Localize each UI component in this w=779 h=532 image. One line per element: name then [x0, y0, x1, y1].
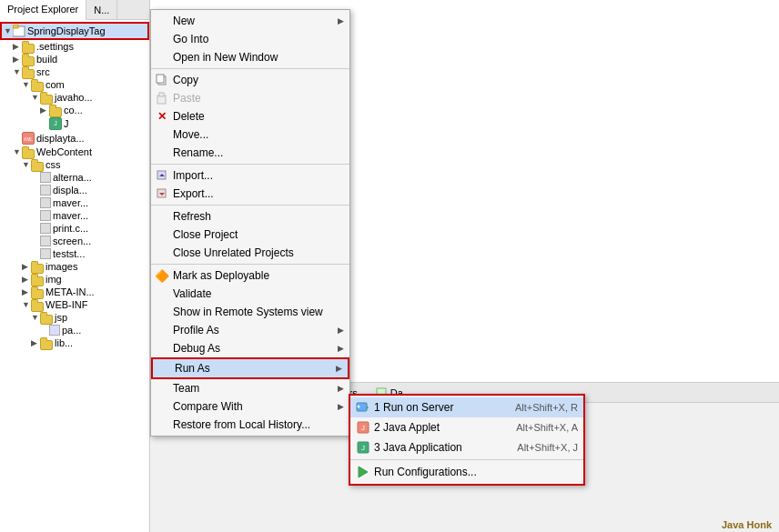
svg-rect-1: [13, 25, 18, 28]
xml-icon-displaytag: XML: [22, 132, 35, 145]
paste-icon: [155, 91, 169, 105]
src-label: src: [36, 66, 50, 77]
menu-item-remote[interactable]: Show in Remote Systems view: [151, 303, 349, 321]
menu-arrow-debugas: ▶: [338, 344, 344, 353]
menu-item-profileas[interactable]: Profile As ▶: [151, 321, 349, 339]
submenu-javaapplet-label: 2 Java Applet: [374, 421, 440, 434]
tab-n-label: N...: [94, 5, 109, 15]
folder-icon-javahc: [40, 92, 53, 103]
menu-item-openwindow-label: Open in New Window: [173, 51, 344, 64]
menu-arrow-runas: ▶: [336, 364, 342, 373]
tree-item-lib[interactable]: ▶ lib...: [0, 336, 149, 349]
submenu-item-runonserver[interactable]: 1 Run on Server Alt+Shift+X, R: [350, 397, 583, 417]
menu-item-new[interactable]: New ▶: [151, 12, 349, 30]
menu-item-import[interactable]: Import...: [151, 166, 349, 185]
separator-3: [151, 205, 349, 206]
menu-item-deployable[interactable]: 🔶 Mark as Deployable: [151, 266, 349, 285]
images-label: images: [46, 261, 77, 272]
tree-item-javahc[interactable]: ▼ javaho...: [0, 91, 149, 104]
separator-2: [151, 164, 349, 165]
file-icon-testst: [40, 248, 51, 259]
copy-icon: [155, 73, 169, 87]
tab-project-explorer[interactable]: Project Explorer: [0, 0, 86, 20]
webinf-label: WEB-INF: [46, 299, 87, 310]
javahc-label: javaho...: [55, 92, 93, 103]
menu-item-move[interactable]: Move...: [151, 125, 349, 144]
expand-arrow-webcontent: ▼: [13, 147, 22, 156]
menu-item-restore-label: Restore from Local History...: [173, 418, 344, 431]
jsp-label: jsp: [55, 312, 67, 323]
tree-item-jfile[interactable]: J J: [0, 116, 149, 131]
menu-item-closeproject-label: Close Project: [173, 228, 344, 241]
menu-item-debugas-label: Debug As: [173, 342, 338, 355]
menu-item-import-label: Import...: [173, 169, 344, 182]
tree-item-displaytag[interactable]: XML displayta...: [0, 131, 149, 146]
separator-4: [151, 264, 349, 265]
menu-item-delete[interactable]: ✕ Delete: [151, 107, 349, 125]
menu-item-team[interactable]: Team ▶: [151, 379, 349, 397]
menu-item-debugas[interactable]: Debug As ▶: [151, 339, 349, 357]
menu-item-export[interactable]: Export...: [151, 185, 349, 203]
tree-item-metainf[interactable]: ▶ META-IN...: [0, 286, 149, 298]
tab-n[interactable]: N...: [86, 0, 117, 20]
tree-item-webinf[interactable]: ▼ WEB-INF: [0, 298, 149, 311]
alterna-label: alterna...: [53, 172, 92, 183]
tree-item-settings[interactable]: ▶ .settings: [0, 40, 149, 53]
expand-arrow-css: ▼: [22, 160, 31, 169]
menu-item-remote-label: Show in Remote Systems view: [173, 306, 344, 318]
submenu-item-runconfigs[interactable]: Run Configurations...: [350, 462, 583, 482]
menu-item-profileas-label: Profile As: [173, 324, 338, 336]
menu-item-closeunrelated-label: Close Unrelated Projects: [173, 246, 344, 259]
tree-item-screen[interactable]: screen...: [0, 235, 149, 247]
settings-label: .settings: [36, 41, 74, 52]
menu-item-new-label: New: [173, 15, 338, 27]
tree-item-pa[interactable]: pa...: [0, 324, 149, 336]
menu-item-refresh[interactable]: Refresh: [151, 207, 349, 226]
display-label: displa...: [53, 185, 87, 196]
tree-item-maverd[interactable]: maver...: [0, 196, 149, 209]
tree-item-webcontent[interactable]: ▼ WebContent: [0, 146, 149, 158]
project-explorer-panel: Project Explorer N... ▼ SpringDisplayTag…: [0, 0, 150, 532]
tree-item-springdisplaytag[interactable]: ▼ SpringDisplayTag: [0, 22, 149, 40]
menu-item-paste[interactable]: Paste: [151, 89, 349, 107]
menu-item-closeproject[interactable]: Close Project: [151, 226, 349, 244]
tree-item-mavere[interactable]: maver...: [0, 209, 149, 222]
tree-item-css[interactable]: ▼ css: [0, 158, 149, 171]
tree-item-build[interactable]: ▶ build: [0, 53, 149, 65]
folder-icon-css: [31, 159, 44, 170]
tree-item-display[interactable]: displa...: [0, 184, 149, 196]
menu-item-openwindow[interactable]: Open in New Window: [151, 48, 349, 66]
tree-item-testst[interactable]: testst...: [0, 247, 149, 260]
submenu-item-javaapp[interactable]: J 3 Java Application Alt+Shift+X, J: [350, 437, 583, 457]
menu-arrow-new: ▶: [338, 16, 344, 25]
tree-item-jsp[interactable]: ▼ jsp: [0, 311, 149, 324]
menu-item-rename-label: Rename...: [173, 146, 344, 159]
tree-item-images[interactable]: ▶ images: [0, 260, 149, 273]
panel-tabs: Project Explorer N...: [0, 0, 149, 20]
menu-item-validate[interactable]: Validate: [151, 285, 349, 303]
menu-item-runas[interactable]: Run As ▶: [151, 357, 349, 379]
menu-item-closeunrelated[interactable]: Close Unrelated Projects: [151, 244, 349, 262]
tree-item-alterna[interactable]: alterna...: [0, 171, 149, 184]
tree-item-com[interactable]: ▼ com: [0, 78, 149, 91]
file-icon-pa: [49, 325, 60, 336]
testst-label: testst...: [53, 248, 85, 259]
menu-item-rename[interactable]: Rename...: [151, 144, 349, 162]
tree-item-co[interactable]: ▶ co...: [0, 104, 149, 116]
build-label: build: [36, 54, 57, 65]
menu-item-gointo[interactable]: Go Into: [151, 30, 349, 48]
expand-arrow-webinf: ▼: [22, 300, 31, 309]
tree-item-img[interactable]: ▶ img: [0, 273, 149, 286]
tree-item-src[interactable]: ▼ src: [0, 65, 149, 78]
metainf-label: META-IN...: [46, 286, 95, 297]
menu-item-copy-label: Copy: [173, 74, 344, 86]
tree-item-print[interactable]: print.c...: [0, 222, 149, 235]
svg-text:J: J: [361, 444, 365, 452]
menu-item-restore[interactable]: Restore from Local History...: [151, 416, 349, 434]
menu-item-copy[interactable]: Copy: [151, 71, 349, 89]
submenu-item-javaapplet[interactable]: J 2 Java Applet Alt+Shift+X, A: [350, 417, 583, 437]
expand-arrow-images: ▶: [22, 262, 31, 271]
menu-item-comparewith[interactable]: Compare With ▶: [151, 397, 349, 416]
menu-item-deployable-label: Mark as Deployable: [173, 269, 344, 282]
java-honk-status: Java Honk: [714, 517, 779, 532]
